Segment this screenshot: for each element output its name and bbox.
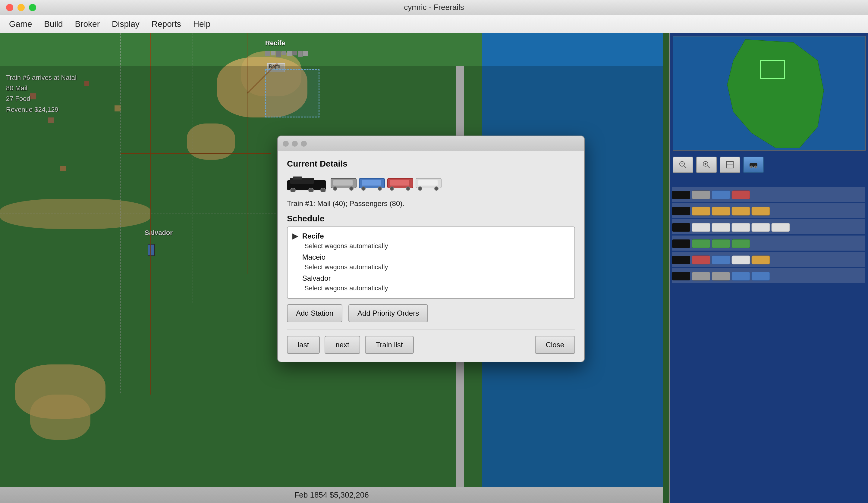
zoom-in-button[interactable] bbox=[696, 157, 717, 173]
svg-point-16 bbox=[333, 187, 337, 190]
schedule-station-salvador: Salvador bbox=[302, 274, 331, 282]
svg-rect-71 bbox=[712, 272, 730, 280]
modal-section-title: Current Details bbox=[287, 159, 575, 169]
schedule-title: Schedule bbox=[287, 214, 575, 223]
menu-help[interactable]: Help bbox=[187, 17, 217, 31]
svg-line-38 bbox=[707, 166, 710, 168]
train-thumbnail-6[interactable] bbox=[672, 268, 865, 283]
train-details-modal: Current Details bbox=[277, 136, 585, 362]
train-car-3 bbox=[387, 175, 414, 193]
svg-rect-66 bbox=[712, 256, 730, 264]
svg-point-28 bbox=[418, 187, 422, 190]
trains-view-button[interactable] bbox=[743, 157, 764, 173]
nav-buttons: last next Train list Close bbox=[287, 329, 575, 354]
svg-point-20 bbox=[362, 187, 365, 190]
svg-line-34 bbox=[684, 166, 686, 168]
schedule-sub-maceio: Select wagons automatically bbox=[292, 263, 570, 272]
svg-point-25 bbox=[406, 187, 410, 190]
menu-game[interactable]: Game bbox=[3, 17, 38, 31]
schedule-item-recife[interactable]: ▶ Recife bbox=[292, 230, 570, 242]
svg-rect-60 bbox=[672, 240, 690, 248]
close-window-button[interactable] bbox=[6, 4, 13, 11]
schedule-section: Schedule ▶ Recife Select wagons automati… bbox=[287, 214, 575, 322]
svg-rect-62 bbox=[712, 240, 730, 248]
menu-build[interactable]: Build bbox=[38, 17, 69, 31]
schedule-item-maceio[interactable]: ▶ Maceio bbox=[292, 251, 570, 263]
train-visual bbox=[287, 174, 575, 195]
svg-rect-61 bbox=[692, 240, 710, 248]
maximize-window-button[interactable] bbox=[29, 4, 36, 11]
last-button[interactable]: last bbox=[287, 336, 320, 354]
svg-rect-65 bbox=[692, 256, 710, 264]
svg-rect-56 bbox=[712, 223, 730, 232]
play-icon: ▶ bbox=[292, 232, 298, 240]
schedule-station-recife: Recife bbox=[302, 232, 324, 240]
menubar: Game Build Broker Display Reports Help bbox=[0, 15, 868, 33]
svg-rect-57 bbox=[732, 223, 750, 232]
svg-rect-46 bbox=[692, 191, 710, 199]
svg-point-44 bbox=[754, 166, 757, 168]
modal-content: Current Details bbox=[278, 151, 584, 362]
modal-close-dot[interactable] bbox=[283, 141, 289, 147]
menu-display[interactable]: Display bbox=[106, 17, 146, 31]
modal-min-dot[interactable] bbox=[292, 141, 298, 147]
schedule-buttons: Add Station Add Priority Orders bbox=[287, 304, 575, 322]
train-thumbnail-2[interactable] bbox=[672, 203, 865, 218]
zoom-out-button[interactable] bbox=[673, 157, 693, 173]
svg-rect-53 bbox=[752, 207, 770, 216]
svg-point-11 bbox=[291, 188, 296, 192]
svg-rect-72 bbox=[732, 272, 750, 280]
game-map[interactable]: Recife Re|fe Salvador bbox=[0, 33, 663, 503]
minimap-overview[interactable] bbox=[673, 36, 866, 150]
fit-view-button[interactable] bbox=[720, 157, 740, 173]
svg-rect-54 bbox=[672, 223, 690, 232]
add-station-button[interactable]: Add Station bbox=[287, 304, 342, 322]
train-thumbnails bbox=[669, 184, 868, 287]
svg-rect-27 bbox=[418, 180, 437, 186]
window-title: cymric - Freerails bbox=[404, 3, 464, 12]
svg-point-13 bbox=[321, 188, 326, 192]
svg-rect-48 bbox=[732, 191, 750, 199]
train-thumbnail-4[interactable] bbox=[672, 235, 865, 251]
menu-reports[interactable]: Reports bbox=[146, 17, 187, 31]
svg-rect-64 bbox=[672, 256, 690, 264]
svg-point-29 bbox=[435, 187, 438, 190]
schedule-sub-salvador: Select wagons automatically bbox=[292, 284, 570, 293]
train-description: Train #1: Mail (40); Passengers (80). bbox=[287, 199, 575, 208]
train-list-button[interactable]: Train list bbox=[365, 336, 414, 354]
modal-max-dot[interactable] bbox=[301, 141, 307, 147]
svg-rect-23 bbox=[390, 180, 409, 186]
svg-rect-49 bbox=[672, 207, 690, 216]
minimize-window-button[interactable] bbox=[18, 4, 25, 11]
menu-broker[interactable]: Broker bbox=[69, 17, 106, 31]
train-car-4 bbox=[415, 175, 442, 193]
minimap-continent-svg bbox=[673, 36, 866, 151]
svg-rect-52 bbox=[732, 207, 750, 216]
svg-rect-59 bbox=[772, 223, 789, 232]
close-button[interactable]: Close bbox=[535, 336, 575, 354]
svg-rect-69 bbox=[672, 272, 690, 280]
modal-overlay: Current Details bbox=[0, 66, 663, 503]
svg-rect-70 bbox=[692, 272, 710, 280]
minimap bbox=[669, 33, 868, 503]
window-controls bbox=[6, 4, 36, 11]
svg-rect-10 bbox=[293, 177, 302, 179]
svg-point-12 bbox=[309, 188, 313, 192]
train-thumbnail-1[interactable] bbox=[672, 187, 865, 202]
next-button[interactable]: next bbox=[324, 336, 360, 354]
svg-rect-67 bbox=[732, 256, 750, 264]
train-thumbnail-3[interactable] bbox=[672, 219, 865, 234]
svg-rect-55 bbox=[692, 223, 710, 232]
svg-rect-50 bbox=[692, 207, 710, 216]
schedule-item-salvador[interactable]: ▶ Salvador bbox=[292, 272, 570, 284]
svg-rect-47 bbox=[712, 191, 730, 199]
svg-rect-63 bbox=[732, 240, 750, 248]
minimap-controls bbox=[670, 154, 868, 176]
svg-rect-51 bbox=[712, 207, 730, 216]
add-priority-orders-button[interactable]: Add Priority Orders bbox=[349, 304, 428, 322]
train-thumbnail-5[interactable] bbox=[672, 252, 865, 267]
schedule-list[interactable]: ▶ Recife Select wagons automatically ▶ M… bbox=[287, 227, 575, 299]
svg-marker-30 bbox=[727, 40, 824, 148]
city-recife-label: Recife bbox=[265, 39, 285, 47]
svg-rect-15 bbox=[333, 180, 353, 186]
